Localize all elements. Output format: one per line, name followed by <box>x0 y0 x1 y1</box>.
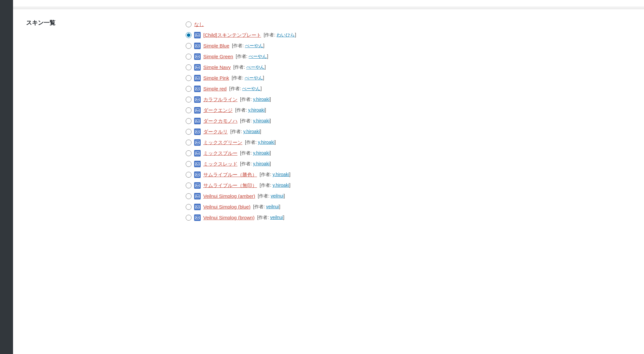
skin-name-link[interactable]: Simple Navy <box>203 64 231 71</box>
skin-item: Simple Green [作者: べーやん] <box>186 51 296 62</box>
skin-image-icon <box>194 171 201 178</box>
skin-radio-veilnui-brown[interactable] <box>186 215 192 221</box>
skin-author: [作者: べーやん] <box>233 64 266 71</box>
svg-point-25 <box>196 163 197 164</box>
author-link[interactable]: べーやん <box>245 43 263 48</box>
skin-name-link[interactable]: Veilnui Simplog (amber) <box>203 193 255 199</box>
author-link[interactable]: y.hiroaki <box>258 140 275 145</box>
skin-image-icon <box>194 214 201 221</box>
author-link[interactable]: べーやん <box>249 54 267 59</box>
skin-image-icon <box>194 43 201 49</box>
skin-radio-simple-blue[interactable] <box>186 43 192 49</box>
skin-item: ミックスグリーン [作者: y.hiroaki] <box>186 137 296 148</box>
skin-list: なし [Child]スキンテンプレート [作者: わいひら] Simple Bl… <box>186 19 296 223</box>
skin-radio-simple-green[interactable] <box>186 54 192 60</box>
skin-radio-samurai-blue-muji[interactable] <box>186 183 192 188</box>
skin-name-link[interactable]: Simple Green <box>203 53 233 60</box>
skin-item: ミックスレッド [作者: y.hiroaki] <box>186 158 296 169</box>
svg-point-1 <box>196 34 197 35</box>
skin-radio-mix-green[interactable] <box>186 140 192 145</box>
skin-image-icon <box>194 204 201 210</box>
svg-point-33 <box>196 206 197 207</box>
svg-point-17 <box>196 120 197 121</box>
skin-radio-veilnui-blue[interactable] <box>186 204 192 210</box>
skin-name-link[interactable]: ダークエンジ <box>203 107 233 114</box>
skin-name-link[interactable]: ミックスブルー <box>203 150 237 157</box>
author-link[interactable]: y.hiroaki <box>248 107 265 113</box>
author-link[interactable]: y.hiroaki <box>253 150 270 156</box>
author-link[interactable]: べーやん <box>242 86 260 91</box>
skin-radio-dark-engine[interactable] <box>186 107 192 113</box>
skin-radio-child-template[interactable] <box>186 32 192 38</box>
skin-name-link[interactable]: ミックスレッド <box>203 160 237 167</box>
author-link[interactable]: わいひら <box>277 32 295 37</box>
skin-image-icon <box>194 107 201 114</box>
author-link[interactable]: y.hiroaki <box>243 129 260 134</box>
svg-point-27 <box>196 174 197 174</box>
section-title: スキン一覧 <box>26 19 55 27</box>
author-link[interactable]: veilnui <box>271 193 284 198</box>
skin-name-link[interactable]: [Child]スキンテンプレート <box>203 32 261 38</box>
author-link[interactable]: y.hiroaki <box>253 97 270 102</box>
skin-author: [作者: y.hiroaki] <box>235 107 266 114</box>
sidebar <box>0 0 13 354</box>
author-link[interactable]: veilnui <box>270 215 283 220</box>
skin-item: ダークルリ [作者: y.hiroaki] <box>186 126 296 137</box>
skin-radio-mix-red[interactable] <box>186 161 192 167</box>
skin-name-link[interactable]: Simple Pink <box>203 75 229 81</box>
skin-author: [作者: y.hiroaki] <box>260 182 291 189</box>
skin-image-icon <box>194 161 201 167</box>
skin-author: [作者: y.hiroaki] <box>240 161 271 167</box>
skin-name-link[interactable]: カラフルライン <box>203 96 237 103</box>
skin-name-link[interactable]: ダークカモノハ <box>203 117 237 124</box>
skin-name-link[interactable]: サムライブルー（無印） <box>203 182 257 189</box>
skin-radio-samurai-blue-kachi[interactable] <box>186 172 192 178</box>
skin-name-link[interactable]: なし <box>194 21 204 28</box>
skin-item: Veilnui Simplog (blue) [作者: veilnui] <box>186 201 296 212</box>
skin-image-icon <box>194 193 201 199</box>
skin-author: [作者: べーやん] <box>229 86 262 92</box>
skin-radio-colorful-line[interactable] <box>186 97 192 102</box>
skin-image-icon <box>194 32 201 38</box>
skin-item: Veilnui Simplog (brown) [作者: veilnui] <box>186 212 296 223</box>
skin-image-icon <box>194 139 201 146</box>
skin-item: サムライブルー（無印） [作者: y.hiroaki] <box>186 180 296 191</box>
skin-radio-simple-pink[interactable] <box>186 75 192 81</box>
skin-image-icon <box>194 182 201 189</box>
skin-item: Simple Navy [作者: べーやん] <box>186 62 296 73</box>
skin-author: [作者: y.hiroaki] <box>260 171 291 178</box>
author-link[interactable]: べーやん <box>246 64 265 70</box>
skin-image-icon <box>194 150 201 157</box>
author-link[interactable]: y.hiroaki <box>273 172 289 177</box>
skin-radio-mix-blue[interactable] <box>186 150 192 156</box>
skin-name-link[interactable]: Simple red <box>203 85 227 92</box>
skin-radio-veilnui-amber[interactable] <box>186 193 192 199</box>
skin-radio-dark-ruri[interactable] <box>186 129 192 135</box>
skin-name-link[interactable]: ダークルリ <box>203 128 228 135</box>
skin-item: Veilnui Simplog (amber) [作者: veilnui] <box>186 191 296 201</box>
skin-image-icon <box>194 86 201 92</box>
skin-image-icon <box>194 96 201 103</box>
skin-name-link[interactable]: Veilnui Simplog (blue) <box>203 203 250 210</box>
skin-name-link[interactable]: Veilnui Simplog (brown) <box>203 214 255 221</box>
author-link[interactable]: べーやん <box>245 75 263 80</box>
skin-radio-simple-navy[interactable] <box>186 64 192 70</box>
author-link[interactable]: y.hiroaki <box>273 183 289 188</box>
skin-radio-simple-red[interactable] <box>186 86 192 92</box>
svg-point-35 <box>196 217 197 217</box>
skin-author: [作者: y.hiroaki] <box>245 139 276 146</box>
header-area <box>13 7 644 9</box>
svg-point-9 <box>196 77 197 78</box>
skin-name-link[interactable]: Simple Blue <box>203 42 229 49</box>
skin-name-link[interactable]: サムライブルー（勝色） <box>203 171 257 178</box>
svg-point-5 <box>196 56 197 56</box>
skin-image-icon <box>194 53 201 60</box>
skin-author: [作者: veilnui] <box>257 214 284 221</box>
author-link[interactable]: y.hiroaki <box>253 118 270 123</box>
svg-point-29 <box>196 184 197 185</box>
author-link[interactable]: y.hiroaki <box>253 161 270 166</box>
author-link[interactable]: veilnui <box>266 204 279 209</box>
skin-radio-dark-camouflage[interactable] <box>186 118 192 124</box>
skin-name-link[interactable]: ミックスグリーン <box>203 139 242 146</box>
skin-radio-none[interactable] <box>186 21 192 27</box>
